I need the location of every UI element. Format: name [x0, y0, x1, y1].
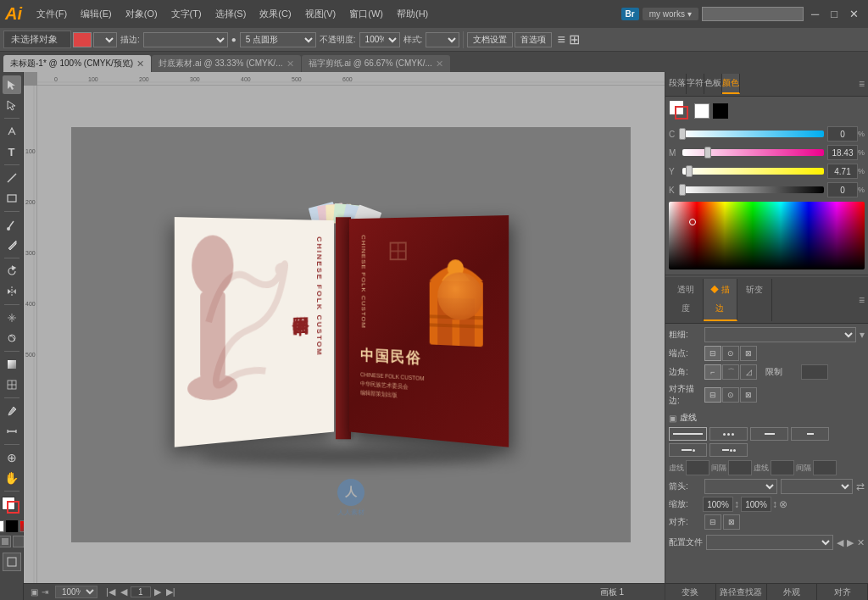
- config-select[interactable]: [706, 535, 833, 550]
- dash1-input[interactable]: [686, 460, 709, 475]
- tab-2[interactable]: 福字剪纸.ai @ 66.67% (CMYK/... ✕: [302, 55, 450, 72]
- line-tool[interactable]: [3, 169, 21, 187]
- menu-edit[interactable]: 编辑(E): [75, 4, 118, 24]
- style-select[interactable]: [426, 32, 459, 47]
- reflect-tool[interactable]: [3, 282, 21, 301]
- stroke-indicator[interactable]: [7, 501, 19, 514]
- cap-square[interactable]: ⊠: [740, 346, 757, 361]
- close-button[interactable]: ✕: [845, 8, 863, 20]
- tab-transform[interactable]: 变换: [665, 584, 716, 600]
- k-thumb[interactable]: [679, 184, 686, 196]
- menu-object[interactable]: 对象(O): [120, 4, 164, 24]
- y-slider[interactable]: [682, 168, 824, 175]
- outline-mode-icon[interactable]: [13, 536, 25, 547]
- corner-miter[interactable]: ⌐: [704, 364, 721, 380]
- scale1-input[interactable]: [703, 497, 733, 512]
- corner-bevel[interactable]: ◿: [740, 364, 757, 380]
- m-slider[interactable]: [682, 149, 824, 156]
- rotate-tool[interactable]: [3, 262, 21, 281]
- pencil-tool[interactable]: [3, 236, 21, 254]
- scale2-arrow-icon[interactable]: ↕: [772, 498, 777, 510]
- dash2-input[interactable]: [771, 460, 794, 475]
- select-tool[interactable]: [3, 75, 21, 94]
- m-thumb[interactable]: [704, 147, 711, 158]
- tab-transparency[interactable]: 透明度: [669, 279, 704, 321]
- gap2-input[interactable]: [813, 460, 837, 475]
- eyedropper-tool[interactable]: [3, 402, 21, 420]
- menu-help[interactable]: 帮助(H): [391, 4, 434, 24]
- menu-file[interactable]: 文件(F): [31, 4, 73, 24]
- white-fill-icon[interactable]: [0, 520, 4, 532]
- scale1-arrow-icon[interactable]: ↕: [734, 498, 739, 510]
- normal-mode-icon[interactable]: [0, 536, 11, 547]
- tab-close-0[interactable]: ✕: [136, 58, 144, 69]
- panel-toggle-icon[interactable]: ≡: [557, 32, 565, 47]
- direct-select-tool[interactable]: [3, 96, 21, 114]
- preferences-button[interactable]: 首选项: [515, 32, 552, 47]
- k-slider[interactable]: [682, 186, 824, 193]
- dash-pattern-1[interactable]: [669, 427, 707, 441]
- measure-tool[interactable]: [3, 422, 21, 441]
- m-value-input[interactable]: [827, 145, 858, 160]
- arrow-start-select[interactable]: [704, 479, 777, 494]
- menu-select[interactable]: 选择(S): [209, 4, 253, 24]
- align2-btn2[interactable]: ⊠: [723, 514, 740, 530]
- cap-butt[interactable]: ⊟: [704, 346, 721, 361]
- limit-input[interactable]: [801, 364, 828, 380]
- rect-tool[interactable]: [3, 189, 21, 208]
- c-slider[interactable]: [682, 131, 824, 137]
- tab-appearance[interactable]: 外观: [767, 584, 818, 600]
- tab-pathfinder[interactable]: 路径查找器: [716, 584, 767, 600]
- menu-text[interactable]: 文字(T): [165, 4, 208, 24]
- tab-color[interactable]: 颜色: [722, 74, 740, 94]
- tab-0[interactable]: 未标题-1* @ 100% (CMYK/预览) ✕: [3, 55, 151, 72]
- first-page-btn[interactable]: |◀: [104, 586, 117, 597]
- tab-paragraph[interactable]: 段落: [669, 74, 687, 94]
- scale2-input[interactable]: [741, 497, 771, 512]
- page-number-input[interactable]: [131, 586, 151, 597]
- paintbrush-tool[interactable]: [3, 215, 21, 234]
- align-outside[interactable]: ⊠: [740, 387, 757, 403]
- white-indicator[interactable]: [694, 103, 709, 119]
- zoom-tool[interactable]: ⊕: [3, 448, 21, 467]
- tab-character[interactable]: 字符: [687, 74, 704, 94]
- bridge-button[interactable]: Br: [621, 8, 639, 20]
- align2-btn1[interactable]: ⊟: [704, 514, 721, 530]
- cap-round[interactable]: ⊙: [722, 346, 739, 361]
- doc-settings-button[interactable]: 文档设置: [467, 32, 513, 47]
- tab-gradient[interactable]: 斩变: [737, 279, 772, 321]
- corner-round[interactable]: ⌒: [722, 364, 739, 380]
- align-inside[interactable]: ⊙: [722, 387, 739, 403]
- config-delete-icon[interactable]: ✕: [857, 537, 865, 548]
- menu-window[interactable]: 窗口(W): [343, 4, 389, 24]
- y-thumb[interactable]: [686, 165, 693, 177]
- tab-swatches[interactable]: 色板: [704, 74, 722, 94]
- warp-tool[interactable]: [3, 329, 21, 347]
- last-page-btn[interactable]: ▶|: [164, 586, 177, 597]
- menu-view[interactable]: 视图(V): [299, 4, 342, 24]
- tab-stroke[interactable]: ◆ 描边: [704, 279, 738, 321]
- mesh-tool[interactable]: [3, 375, 21, 394]
- tab-close-1[interactable]: ✕: [287, 58, 294, 69]
- hand-tool[interactable]: ✋: [3, 469, 21, 487]
- width-tool[interactable]: [3, 308, 21, 327]
- change-screen-mode[interactable]: [3, 553, 21, 571]
- opacity-select[interactable]: 100%: [359, 32, 400, 47]
- align-center[interactable]: ⊟: [704, 387, 721, 403]
- config-next-icon[interactable]: ▶: [847, 537, 854, 548]
- weight-select[interactable]: [704, 327, 856, 342]
- stroke-style-select[interactable]: [93, 32, 117, 47]
- color-spectrum[interactable]: [669, 202, 865, 269]
- workspace-selector[interactable]: my works ▾: [643, 8, 698, 20]
- dash-pattern-4[interactable]: [791, 427, 829, 441]
- black-indicator[interactable]: [713, 103, 728, 119]
- artboard-viewport[interactable]: CHINESE FOLK CUSTOM 中国民俗: [37, 86, 665, 583]
- stroke-select[interactable]: [143, 32, 228, 47]
- menu-effect[interactable]: 效果(C): [253, 4, 297, 24]
- tab-align[interactable]: 对齐: [817, 584, 868, 600]
- maximize-button[interactable]: □: [826, 8, 842, 20]
- c-thumb[interactable]: [679, 128, 686, 140]
- y-value-input[interactable]: [827, 164, 858, 179]
- black-fill-icon[interactable]: [6, 520, 18, 532]
- stroke-panel-menu[interactable]: ≡: [859, 294, 865, 306]
